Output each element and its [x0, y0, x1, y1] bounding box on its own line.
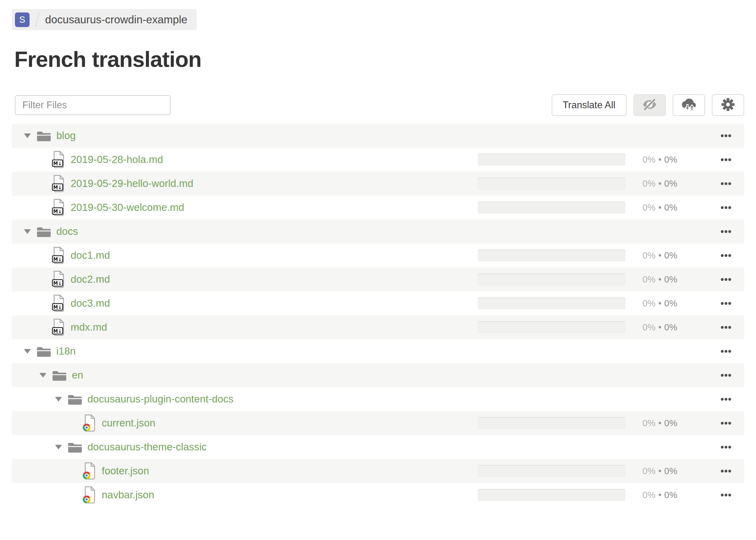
- svg-text:M↓: M↓: [53, 161, 62, 166]
- tree-row[interactable]: M↓ doc1.md 0%•0%: [12, 243, 744, 268]
- row-menu-button[interactable]: [721, 419, 731, 428]
- markdown-file-icon: M↓: [52, 175, 66, 192]
- row-menu-button[interactable]: [721, 299, 731, 308]
- sync-files-button[interactable]: [673, 94, 705, 116]
- toolbar: Translate All: [12, 94, 744, 116]
- tree-row[interactable]: footer.json 0%•0%: [12, 459, 744, 483]
- json-file-icon: [83, 414, 97, 432]
- breadcrumb: S docusaurus-crowdin-example: [12, 9, 197, 30]
- progress-bar: [478, 154, 625, 166]
- row-menu-button[interactable]: [721, 347, 731, 356]
- toggle-hidden-files-button[interactable]: [633, 94, 666, 116]
- file-name[interactable]: doc3.md: [71, 297, 110, 309]
- caret-down-icon[interactable]: [24, 133, 31, 138]
- progress-bar: [478, 465, 625, 477]
- row-menu-button[interactable]: [721, 203, 731, 212]
- breadcrumb-project-link[interactable]: docusaurus-crowdin-example: [45, 13, 187, 26]
- markdown-file-icon: M↓: [52, 295, 66, 312]
- workspace-avatar[interactable]: S: [15, 12, 30, 27]
- progress-percentages: 0%•0%: [643, 274, 677, 285]
- file-name[interactable]: doc1.md: [71, 249, 110, 261]
- tree-row[interactable]: M↓ doc2.md 0%•0%: [12, 268, 744, 292]
- tree-row[interactable]: M↓ doc3.md 0%•0%: [12, 292, 744, 316]
- progress-bar: [478, 417, 625, 429]
- tree-row[interactable]: docs: [12, 219, 744, 243]
- file-tree: blog M↓ 2019-05-28-h: [12, 124, 744, 507]
- svg-text:M↓: M↓: [53, 281, 62, 286]
- translate-all-button[interactable]: Translate All: [551, 94, 627, 116]
- tree-row[interactable]: M↓ 2019-05-29-hello-world.md 0%•0%: [12, 172, 744, 196]
- progress-percentages: 0%•0%: [643, 466, 677, 476]
- tree-row[interactable]: current.json 0%•0%: [12, 411, 744, 435]
- caret-down-icon[interactable]: [24, 349, 31, 354]
- svg-text:M↓: M↓: [53, 209, 62, 214]
- folder-icon: [68, 393, 82, 405]
- tree-row[interactable]: blog: [12, 124, 744, 148]
- page-title: French translation: [14, 45, 744, 74]
- progress-bar: [478, 273, 625, 285]
- settings-button[interactable]: [712, 94, 744, 116]
- folder-name[interactable]: i18n: [56, 345, 76, 357]
- svg-text:M↓: M↓: [53, 185, 62, 191]
- tree-row[interactable]: M↓ 2019-05-30-welcome.md 0%•0%: [12, 196, 744, 219]
- json-file-icon: [83, 462, 97, 480]
- tree-row[interactable]: M↓ mdx.md 0%•0%: [12, 316, 744, 339]
- file-name[interactable]: current.json: [102, 417, 155, 429]
- row-menu-button[interactable]: [721, 179, 731, 188]
- caret-down-icon[interactable]: [55, 445, 62, 450]
- row-menu-button[interactable]: [721, 490, 731, 499]
- folder-icon: [52, 369, 67, 381]
- tree-row[interactable]: M↓ 2019-05-28-hola.md 0%•0%: [12, 148, 744, 172]
- row-menu-button[interactable]: [721, 275, 731, 284]
- progress-percentages: 0%•0%: [643, 322, 677, 333]
- row-menu-button[interactable]: [721, 323, 731, 332]
- row-menu-button[interactable]: [721, 371, 731, 380]
- markdown-file-icon: M↓: [52, 151, 66, 168]
- progress-bar: [478, 202, 625, 213]
- gear-icon: [721, 97, 735, 113]
- svg-text:M↓: M↓: [53, 329, 62, 334]
- json-file-icon: [83, 486, 97, 504]
- filter-files-input[interactable]: [15, 95, 171, 115]
- caret-down-icon[interactable]: [55, 397, 62, 402]
- breadcrumb-separator: [35, 12, 40, 27]
- file-name[interactable]: mdx.md: [71, 321, 107, 333]
- tree-row[interactable]: i18n: [12, 339, 744, 363]
- file-name[interactable]: navbar.json: [102, 489, 154, 501]
- markdown-file-icon: M↓: [52, 271, 66, 288]
- progress-percentages: 0%•0%: [643, 155, 677, 165]
- progress-percentages: 0%•0%: [643, 179, 677, 189]
- progress-bar: [478, 297, 625, 309]
- svg-text:M↓: M↓: [53, 257, 62, 262]
- row-menu-button[interactable]: [721, 251, 731, 260]
- tree-row[interactable]: docusaurus-theme-classic: [12, 435, 744, 459]
- row-menu-button[interactable]: [721, 443, 731, 452]
- caret-down-icon[interactable]: [40, 373, 46, 378]
- folder-icon: [36, 225, 51, 238]
- tree-row[interactable]: docusaurus-plugin-content-docs: [12, 387, 744, 411]
- tree-row[interactable]: en: [12, 363, 744, 387]
- folder-name[interactable]: en: [72, 369, 83, 381]
- file-name[interactable]: 2019-05-28-hola.md: [71, 154, 163, 166]
- tree-row[interactable]: navbar.json 0%•0%: [12, 483, 744, 507]
- folder-name[interactable]: docusaurus-plugin-content-docs: [87, 393, 233, 405]
- eye-off-icon: [643, 98, 657, 112]
- progress-percentages: 0%•0%: [643, 490, 677, 500]
- file-name[interactable]: 2019-05-30-welcome.md: [71, 202, 184, 213]
- folder-name[interactable]: docusaurus-theme-classic: [87, 441, 207, 453]
- file-name[interactable]: 2019-05-29-hello-world.md: [71, 178, 193, 190]
- folder-name[interactable]: docs: [56, 225, 78, 237]
- caret-down-icon[interactable]: [24, 229, 31, 234]
- row-menu-button[interactable]: [721, 155, 731, 164]
- folder-icon: [36, 129, 51, 142]
- svg-text:M↓: M↓: [53, 305, 62, 310]
- folder-icon: [36, 345, 51, 357]
- row-menu-button[interactable]: [721, 131, 731, 140]
- progress-percentages: 0%•0%: [643, 418, 677, 428]
- file-name[interactable]: footer.json: [102, 465, 149, 477]
- file-name[interactable]: doc2.md: [71, 273, 110, 285]
- row-menu-button[interactable]: [721, 227, 731, 236]
- folder-name[interactable]: blog: [56, 130, 76, 142]
- row-menu-button[interactable]: [721, 395, 731, 404]
- row-menu-button[interactable]: [721, 467, 731, 475]
